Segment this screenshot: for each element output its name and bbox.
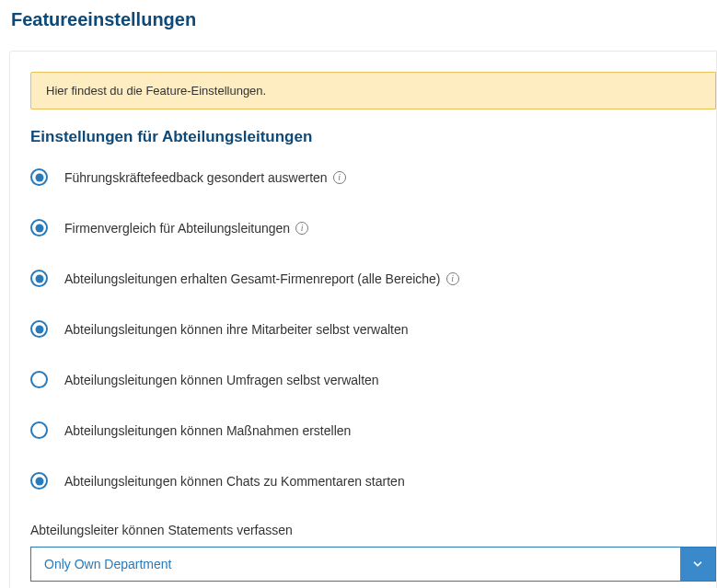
option-radio[interactable] — [30, 472, 48, 490]
option-row: Firmenvergleich für Abteilungsleitungeni — [30, 219, 716, 236]
option-label: Abteilungsleitungen können ihre Mitarbei… — [64, 322, 409, 337]
option-radio[interactable] — [30, 320, 48, 338]
option-label: Abteilungsleitungen erhalten Gesamt-Firm… — [64, 271, 459, 286]
info-icon[interactable]: i — [295, 222, 308, 235]
page-title: Featureeinstellungen — [11, 9, 717, 30]
option-row: Abteilungsleitungen erhalten Gesamt-Firm… — [30, 270, 716, 287]
info-icon[interactable]: i — [333, 171, 346, 184]
info-icon[interactable]: i — [446, 272, 459, 285]
option-label: Abteilungsleitungen können Maßnahmen ers… — [64, 423, 351, 438]
section-title: Einstellungen für Abteilungsleitungen — [30, 128, 716, 146]
option-row: Abteilungsleitungen können Maßnahmen ers… — [30, 421, 716, 439]
option-radio[interactable] — [30, 219, 48, 236]
settings-panel: Hier findest du die Feature-Einstellunge… — [9, 51, 717, 588]
option-row: Abteilungsleitungen können ihre Mitarbei… — [30, 320, 716, 338]
option-label: Abteilungsleitungen können Chats zu Komm… — [64, 474, 405, 489]
option-row: Führungskräftefeedback gesondert auswert… — [30, 168, 716, 186]
option-row: Abteilungsleitungen können Umfragen selb… — [30, 371, 716, 388]
info-banner: Hier findest du die Feature-Einstellunge… — [30, 72, 716, 110]
option-radio[interactable] — [30, 270, 48, 287]
select-value: Only Own Department — [31, 548, 680, 581]
option-radio[interactable] — [30, 371, 48, 388]
statements-select[interactable]: Only Own Department — [30, 547, 716, 582]
option-row: Abteilungsleitungen können Chats zu Komm… — [30, 472, 716, 490]
chevron-down-icon — [680, 548, 715, 581]
option-label: Abteilungsleitungen können Umfragen selb… — [64, 373, 379, 387]
option-radio[interactable] — [30, 421, 48, 439]
option-label: Führungskräftefeedback gesondert auswert… — [64, 170, 346, 185]
option-label: Firmenvergleich für Abteilungsleitungeni — [64, 221, 308, 236]
select-label: Abteilungsleiter können Statements verfa… — [30, 523, 716, 537]
option-radio[interactable] — [30, 168, 48, 186]
